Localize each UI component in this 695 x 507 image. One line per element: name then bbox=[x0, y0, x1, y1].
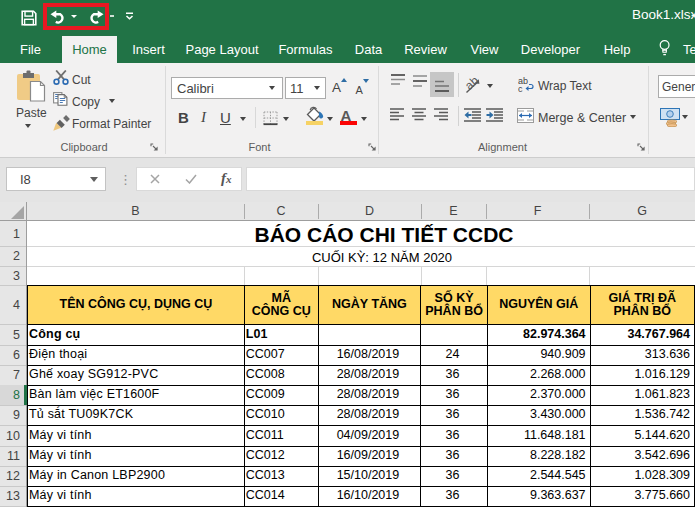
svg-text:c: c bbox=[518, 84, 523, 93]
